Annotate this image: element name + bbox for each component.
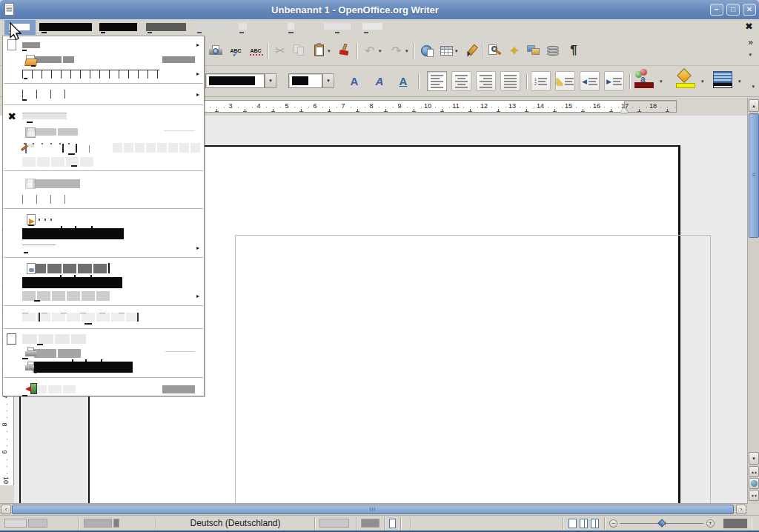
paste-dropdown-icon[interactable]: ▾ (328, 48, 331, 54)
format-paintbrush-button[interactable] (335, 41, 353, 59)
status-insert-mode[interactable] (315, 517, 357, 530)
status-page-style[interactable] (79, 517, 156, 530)
redo-button[interactable]: ↷ (388, 41, 405, 59)
paste-button[interactable] (310, 41, 328, 59)
formatting-toolbar-options-icon[interactable]: ▾ (752, 84, 755, 90)
toolbar-options-icon[interactable]: ▾ (749, 52, 752, 58)
previous-page-icon[interactable]: ▲▲ (749, 466, 759, 477)
spellcheck-button[interactable]: ABC✓ (227, 41, 245, 59)
close-document-icon[interactable]: ✖ (745, 21, 753, 32)
menu-item-fenster[interactable] (324, 23, 351, 30)
font-color-dropdown-icon[interactable]: ▾ (660, 79, 663, 84)
table-button[interactable] (437, 41, 455, 59)
highlighting-dropdown-icon[interactable]: ▾ (701, 79, 704, 84)
file-menu-item-alles-speichern[interactable] (3, 156, 204, 167)
status-document-modified[interactable] (385, 517, 401, 530)
multi-page-view-icon[interactable] (580, 519, 588, 528)
scroll-right-icon[interactable]: › (736, 505, 746, 514)
cut-button[interactable]: ✂ (271, 41, 289, 59)
status-selection-mode[interactable] (357, 517, 385, 530)
vertical-scrollbar[interactable]: ▲ ≡ ▼ ▲▲ ▼▼ (747, 98, 759, 504)
align-right-button[interactable] (476, 71, 496, 91)
minimize-button[interactable]: − (710, 4, 723, 16)
file-menu-item-exportieren[interactable] (3, 212, 204, 227)
auto-spellcheck-button[interactable]: ABC (247, 41, 265, 59)
zoom-in-icon[interactable]: + (706, 519, 715, 528)
next-page-icon[interactable]: ▼▼ (749, 490, 759, 501)
font-size-dropdown-icon[interactable]: ▾ (322, 73, 334, 88)
table-dropdown-icon[interactable]: ▾ (455, 48, 458, 54)
file-menu-item-eigenschaften[interactable] (3, 261, 204, 276)
file-menu-item-senden[interactable]: ▸ (3, 241, 204, 254)
maximize-button[interactable]: □ (726, 4, 740, 16)
highlighting-button[interactable] (676, 71, 697, 90)
close-button[interactable]: ✕ (743, 4, 756, 16)
status-page-number[interactable] (0, 517, 79, 530)
file-menu-item-versionen[interactable] (3, 193, 204, 205)
file-menu-item-neu-laden[interactable] (3, 174, 204, 193)
data-sources-button[interactable] (544, 41, 562, 59)
redo-dropdown-icon[interactable]: ▾ (405, 48, 408, 54)
font-name-dropdown-icon[interactable]: ▾ (265, 73, 276, 88)
file-menu-item-speichern-unter[interactable] (3, 140, 204, 156)
paragraph-background-dropdown-icon[interactable]: ▾ (738, 79, 741, 84)
file-menu-item-assistenten[interactable]: ▸ (3, 87, 204, 102)
file-menu-item-druckereinstellungen[interactable] (3, 360, 204, 374)
nonprinting-characters-button[interactable]: ¶ (565, 41, 583, 59)
file-menu-item-oeffnen[interactable] (3, 52, 204, 67)
file-menu-item-exportieren-als-pdf[interactable] (3, 227, 204, 241)
paragraph-background-button[interactable] (713, 71, 734, 90)
view-layout-switcher[interactable] (563, 517, 605, 530)
file-menu-item-seitenansicht[interactable] (3, 332, 204, 346)
undo-dropdown-icon[interactable]: ▾ (379, 48, 382, 54)
vertical-scroll-thumb[interactable]: ≡ (749, 113, 759, 238)
menu-item-einfuegen[interactable] (146, 23, 186, 31)
file-menu-item-vorschau-im-webbrowser[interactable] (3, 309, 204, 325)
menu-item-hilfe[interactable] (362, 23, 382, 30)
scroll-up-icon[interactable]: ▲ (749, 99, 759, 112)
zoom-slider-thumb[interactable] (657, 519, 666, 527)
file-menu-item-beenden[interactable] (3, 381, 204, 397)
file-menu-item-neu[interactable]: ▸ (3, 38, 204, 52)
align-justified-button[interactable] (500, 71, 520, 91)
italic-button[interactable]: A (371, 72, 388, 90)
menu-item-extras[interactable] (288, 23, 294, 30)
font-size-combobox[interactable] (288, 73, 322, 88)
draw-functions-button[interactable] (463, 41, 480, 59)
title-bar[interactable]: Unbenannt 1 - OpenOffice.org Writer − □ … (0, 0, 759, 19)
decrease-indent-button[interactable]: ◀ (580, 71, 600, 91)
find-replace-button[interactable] (485, 41, 503, 59)
file-menu-item-drucken[interactable] (3, 346, 204, 360)
file-menu-item-zuletzt-benutzte-dokumente[interactable]: ▸ (3, 67, 204, 80)
navigation-icon[interactable] (749, 478, 759, 489)
copy-button[interactable] (291, 41, 308, 59)
print-preview-button[interactable] (207, 41, 225, 59)
underline-button[interactable]: A (394, 72, 412, 90)
hyperlink-button[interactable] (417, 41, 435, 59)
bold-button[interactable]: A (345, 72, 363, 90)
increase-indent-button[interactable]: ▶ (604, 71, 624, 91)
right-indent-marker[interactable] (620, 107, 628, 113)
font-color-button[interactable]: a (634, 71, 655, 90)
zoom-out-icon[interactable]: − (609, 519, 617, 528)
numbered-list-button[interactable]: 12 (531, 71, 551, 91)
book-view-icon[interactable] (591, 519, 599, 528)
bullets-list-button[interactable] (555, 71, 575, 91)
zoom-slider[interactable]: − + (605, 519, 719, 528)
status-language[interactable]: Deutsch (Deutschland) (156, 517, 315, 530)
menu-item-format[interactable] (196, 23, 230, 30)
undo-button[interactable]: ↶ (361, 41, 379, 59)
align-center-button[interactable] (451, 71, 471, 91)
file-menu-item-vorlagen[interactable]: ▸ (3, 290, 204, 302)
status-signature[interactable] (401, 517, 411, 530)
single-page-view-icon[interactable] (569, 519, 577, 528)
file-menu-item-schliessen[interactable]: ✖ (3, 108, 204, 124)
zoom-percentage[interactable] (719, 517, 752, 530)
scroll-left-icon[interactable]: ‹ (1, 505, 11, 514)
horizontal-scrollbar[interactable]: ‹ III › (0, 503, 747, 515)
font-name-combobox[interactable] (205, 73, 265, 88)
horizontal-scroll-thumb[interactable]: III (12, 505, 734, 514)
file-menu-item-digitale-signaturen[interactable] (3, 276, 204, 290)
menu-item-bearbeiten[interactable] (39, 23, 92, 31)
gallery-button[interactable] (525, 41, 543, 59)
